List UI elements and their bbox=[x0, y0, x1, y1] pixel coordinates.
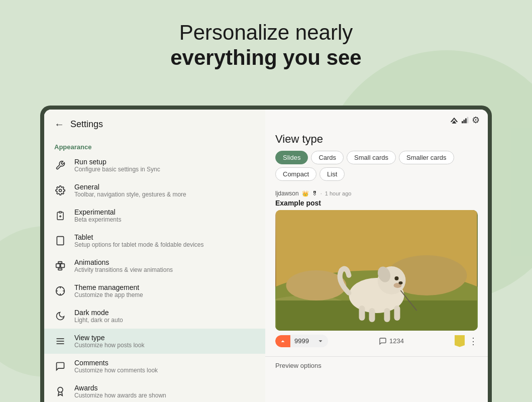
general-text: General Toolbar, navigation style, gestu… bbox=[74, 183, 186, 198]
viewtype-text: View type Customize how posts look bbox=[74, 334, 144, 349]
comment-icon bbox=[379, 337, 387, 345]
wifi-icon bbox=[450, 117, 459, 124]
run-setup-icon bbox=[54, 159, 66, 171]
signal-icon bbox=[462, 117, 469, 124]
preview-options-label: Preview options bbox=[275, 362, 322, 369]
comments-icon bbox=[54, 360, 66, 372]
back-button[interactable]: ← bbox=[54, 119, 64, 130]
badge-crown: 👑 bbox=[302, 190, 309, 197]
viewtype-subtitle: Customize how posts look bbox=[74, 342, 144, 349]
upvote-button[interactable] bbox=[275, 335, 290, 347]
device-frame: ← Settings Appearance Run setup Configur… bbox=[40, 106, 492, 402]
svg-point-0 bbox=[59, 189, 62, 192]
svg-rect-8 bbox=[58, 262, 62, 263]
dot-separator: · bbox=[321, 190, 322, 196]
menu-item-theme[interactable]: Theme management Customize the app theme bbox=[44, 278, 265, 304]
experimental-title: Experimental bbox=[74, 208, 121, 216]
tab-smaller-cards[interactable]: Smaller cards bbox=[399, 151, 454, 164]
theme-title: Theme management bbox=[74, 283, 143, 291]
right-panel: ⚙ View type Slides Cards Small cards Sma… bbox=[265, 110, 488, 402]
tab-slides[interactable]: Slides bbox=[275, 151, 308, 164]
svg-rect-17 bbox=[462, 121, 463, 123]
header-section: Personalize nearly everything you see bbox=[0, 0, 532, 86]
tab-pills: Slides Cards Small cards Smaller cards C… bbox=[275, 151, 478, 181]
post-meta: ljdawson 👑 🎖 · 1 hour ago bbox=[275, 190, 478, 197]
animations-subtitle: Activity transitions & view animations bbox=[74, 266, 173, 273]
tab-list[interactable]: List bbox=[320, 167, 345, 181]
tab-cards[interactable]: Cards bbox=[311, 151, 344, 164]
theme-text: Theme management Customize the app theme bbox=[74, 283, 143, 298]
more-options-button[interactable]: ⋮ bbox=[469, 336, 478, 347]
svg-rect-4 bbox=[57, 237, 63, 245]
comments-text: Comments Customize how comments look bbox=[74, 359, 158, 374]
awards-text: Awards Customize how awards are shown bbox=[74, 384, 166, 399]
darkmode-icon bbox=[54, 310, 66, 322]
badge-mod: 🎖 bbox=[312, 190, 317, 196]
svg-rect-1 bbox=[59, 212, 62, 213]
view-type-title: View type bbox=[275, 133, 478, 146]
svg-rect-20 bbox=[467, 117, 469, 124]
comment-area[interactable]: 1234 bbox=[379, 337, 404, 345]
svg-rect-6 bbox=[56, 264, 60, 268]
animations-text: Animations Activity transitions & view a… bbox=[74, 258, 173, 273]
menu-item-general[interactable]: General Toolbar, navigation style, gestu… bbox=[44, 178, 265, 203]
tablet-title: Tablet bbox=[74, 233, 204, 241]
device-screen: ← Settings Appearance Run setup Configur… bbox=[44, 110, 488, 402]
tablet-text: Tablet Setup options for tablet mode & f… bbox=[74, 233, 204, 248]
svg-rect-18 bbox=[464, 120, 465, 123]
comment-count: 1234 bbox=[389, 337, 404, 345]
section-label-appearance: Appearance bbox=[44, 139, 265, 153]
awards-subtitle: Customize how awards are shown bbox=[74, 392, 166, 399]
post-image bbox=[275, 210, 478, 331]
post-time: 1 hour ago bbox=[325, 190, 352, 196]
awards-icon bbox=[54, 385, 66, 397]
tablet-icon bbox=[54, 235, 66, 247]
bookmark-icon[interactable] bbox=[455, 335, 465, 347]
animations-icon bbox=[54, 260, 66, 272]
vote-count: 9999 bbox=[290, 335, 313, 347]
darkmode-text: Dark mode Light, dark or auto bbox=[74, 309, 123, 324]
svg-rect-19 bbox=[465, 119, 467, 124]
general-icon bbox=[54, 184, 66, 196]
animations-title: Animations bbox=[74, 258, 173, 266]
menu-item-run-setup[interactable]: Run setup Configure basic settings in Sy… bbox=[44, 153, 265, 178]
right-actions: ⋮ bbox=[455, 335, 478, 347]
viewtype-title: View type bbox=[74, 334, 144, 342]
comments-subtitle: Customize how comments look bbox=[74, 367, 158, 374]
post-username: ljdawson bbox=[275, 190, 299, 197]
tablet-subtitle: Setup options for tablet mode & foldable… bbox=[74, 241, 204, 248]
svg-rect-9 bbox=[58, 268, 62, 270]
settings-title: Settings bbox=[70, 119, 103, 130]
viewtype-icon bbox=[54, 335, 66, 347]
tab-compact[interactable]: Compact bbox=[275, 167, 316, 181]
header-line2: everything you see bbox=[0, 45, 532, 70]
tab-small-cards[interactable]: Small cards bbox=[347, 151, 396, 164]
darkmode-title: Dark mode bbox=[74, 309, 123, 317]
experimental-text: Experimental Beta experiments bbox=[74, 208, 121, 223]
menu-item-viewtype[interactable]: View type Customize how posts look bbox=[44, 329, 265, 354]
svg-point-14 bbox=[58, 387, 63, 392]
menu-item-awards[interactable]: Awards Customize how awards are shown bbox=[44, 379, 265, 402]
downvote-button[interactable] bbox=[313, 335, 328, 347]
menu-item-experimental[interactable]: Experimental Beta experiments bbox=[44, 203, 265, 228]
menu-item-darkmode[interactable]: Dark mode Light, dark or auto bbox=[44, 304, 265, 329]
post-title: Example post bbox=[275, 199, 478, 207]
experimental-subtitle: Beta experiments bbox=[74, 216, 121, 223]
post-actions: 9999 1234 bbox=[275, 331, 478, 351]
view-type-section: View type Slides Cards Small cards Small… bbox=[265, 128, 488, 185]
comments-title: Comments bbox=[74, 359, 158, 367]
menu-item-tablet[interactable]: Tablet Setup options for tablet mode & f… bbox=[44, 228, 265, 253]
preview-options-bar: Preview options bbox=[265, 356, 488, 374]
settings-panel: ← Settings Appearance Run setup Configur… bbox=[44, 110, 265, 402]
header-line1: Personalize nearly bbox=[0, 20, 532, 45]
run-setup-text: Run setup Configure basic settings in Sy… bbox=[74, 158, 160, 173]
menu-item-animations[interactable]: Animations Activity transitions & view a… bbox=[44, 253, 265, 278]
gear-button[interactable]: ⚙ bbox=[472, 115, 480, 126]
run-setup-subtitle: Configure basic settings in Sync bbox=[74, 166, 160, 173]
experimental-icon bbox=[54, 210, 66, 222]
theme-subtitle: Customize the app theme bbox=[74, 291, 143, 298]
menu-item-comments[interactable]: Comments Customize how comments look bbox=[44, 354, 265, 379]
theme-icon bbox=[54, 285, 66, 297]
vote-area: 9999 bbox=[275, 335, 328, 347]
general-subtitle: Toolbar, navigation style, gestures & mo… bbox=[74, 191, 186, 198]
